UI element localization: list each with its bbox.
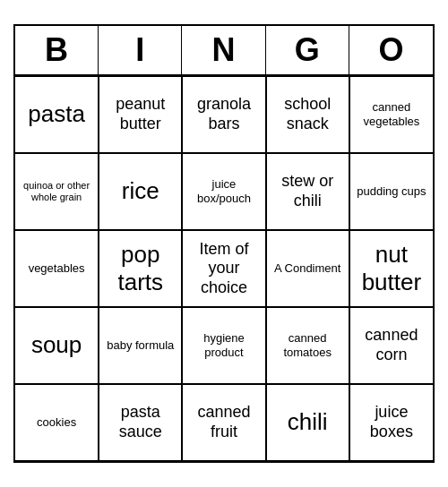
cell-text-3: school snack bbox=[271, 95, 345, 133]
bingo-cell-24: juice boxes bbox=[349, 384, 433, 461]
bingo-cell-20: cookies bbox=[15, 384, 99, 461]
bingo-cell-21: pasta sauce bbox=[99, 384, 182, 461]
bingo-cell-9: pudding cups bbox=[349, 153, 433, 230]
cell-text-5: quinoa or other whole grain bbox=[19, 180, 94, 203]
cell-text-7: juice box/pouch bbox=[186, 177, 261, 205]
bingo-cell-1: peanut butter bbox=[99, 76, 182, 153]
bingo-cell-13: A Condiment bbox=[266, 230, 349, 307]
bingo-cell-12: Item of your choice bbox=[182, 230, 265, 307]
bingo-cell-8: stew or chili bbox=[266, 153, 349, 230]
bingo-cell-0: pasta bbox=[15, 76, 99, 153]
bingo-cell-4: canned vegetables bbox=[349, 76, 433, 153]
cell-text-23: chili bbox=[288, 408, 328, 436]
bingo-cell-10: vegetables bbox=[15, 230, 99, 307]
cell-text-1: peanut butter bbox=[103, 95, 177, 133]
header-letter-n: N bbox=[182, 26, 265, 74]
bingo-cell-7: juice box/pouch bbox=[182, 153, 265, 230]
cell-text-24: juice boxes bbox=[354, 403, 429, 441]
cell-text-6: rice bbox=[122, 177, 159, 205]
bingo-header: BINGO bbox=[15, 26, 433, 76]
bingo-card: BINGO pastapeanut buttergranola barsscho… bbox=[13, 24, 435, 463]
cell-text-18: canned tomatoes bbox=[271, 331, 345, 359]
cell-text-15: soup bbox=[31, 331, 82, 359]
bingo-grid: pastapeanut buttergranola barsschool sna… bbox=[15, 76, 433, 461]
cell-text-2: granola bars bbox=[186, 95, 261, 133]
cell-text-19: canned corn bbox=[354, 326, 429, 364]
bingo-cell-14: nut butter bbox=[349, 230, 433, 307]
header-letter-b: B bbox=[15, 26, 99, 74]
bingo-cell-15: soup bbox=[15, 307, 99, 384]
header-letter-i: I bbox=[99, 26, 182, 74]
bingo-cell-18: canned tomatoes bbox=[266, 307, 349, 384]
cell-text-11: pop tarts bbox=[103, 241, 177, 296]
cell-text-10: vegetables bbox=[29, 261, 85, 276]
cell-text-22: canned fruit bbox=[186, 403, 261, 441]
cell-text-14: nut butter bbox=[354, 241, 429, 296]
bingo-cell-17: hygiene product bbox=[182, 307, 265, 384]
bingo-cell-19: canned corn bbox=[349, 307, 433, 384]
cell-text-4: canned vegetables bbox=[354, 100, 429, 128]
bingo-cell-23: chili bbox=[266, 384, 349, 461]
cell-text-21: pasta sauce bbox=[103, 403, 177, 441]
header-letter-g: G bbox=[266, 26, 349, 74]
bingo-cell-5: quinoa or other whole grain bbox=[15, 153, 99, 230]
cell-text-20: cookies bbox=[37, 415, 76, 430]
cell-text-16: baby formula bbox=[107, 338, 174, 353]
cell-text-0: pasta bbox=[28, 100, 85, 128]
bingo-cell-11: pop tarts bbox=[99, 230, 182, 307]
cell-text-13: A Condiment bbox=[274, 261, 340, 276]
bingo-cell-2: granola bars bbox=[182, 76, 265, 153]
cell-text-12: Item of your choice bbox=[186, 240, 261, 298]
bingo-cell-6: rice bbox=[99, 153, 182, 230]
cell-text-8: stew or chili bbox=[271, 172, 345, 210]
header-letter-o: O bbox=[349, 26, 433, 74]
cell-text-9: pudding cups bbox=[357, 184, 426, 199]
cell-text-17: hygiene product bbox=[186, 331, 261, 359]
bingo-cell-3: school snack bbox=[266, 76, 349, 153]
bingo-cell-16: baby formula bbox=[99, 307, 182, 384]
bingo-cell-22: canned fruit bbox=[182, 384, 265, 461]
